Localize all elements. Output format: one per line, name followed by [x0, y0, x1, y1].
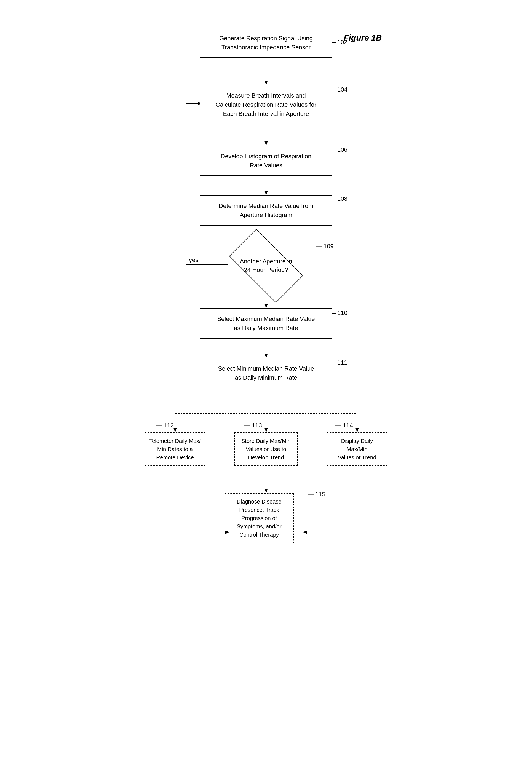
node-102-text: Generate Respiration Signal Using Transt…: [219, 35, 313, 51]
node-112: Telemeter Daily Max/Min Rates to aRemote…: [145, 432, 205, 466]
node-106-text: Develop Histogram of RespirationRate Val…: [221, 153, 311, 169]
svg-marker-3: [265, 141, 268, 146]
node-110: Select Maximum Median Rate Valueas Daily…: [200, 308, 332, 339]
node-111: Select Minimum Median Rate Valueas Daily…: [200, 358, 332, 388]
svg-text:— 115: — 115: [307, 491, 325, 498]
svg-marker-1: [265, 80, 268, 85]
connector-svg: no yes: [142, 17, 390, 761]
node-104-text: Measure Breath Intervals andCalculate Re…: [216, 92, 316, 117]
svg-text:yes: yes: [189, 257, 198, 263]
node-109: Another Aperture in24 Hour Period?: [217, 245, 316, 287]
figure-label: Figure 1B: [344, 33, 382, 43]
page: Figure 1B no ye: [0, 0, 532, 763]
flowchart-wrapper: Figure 1B no ye: [142, 17, 390, 746]
node-114: Display Daily Max/MinValues or Trend: [327, 432, 387, 466]
node-112-text: Telemeter Daily Max/Min Rates to aRemote…: [149, 438, 201, 461]
node-114-text: Display Daily Max/MinValues or Trend: [338, 438, 376, 461]
svg-marker-33: [302, 530, 307, 534]
node-109-text: Another Aperture in24 Hour Period?: [240, 258, 292, 273]
node-108-text: Determine Median Rate Value fromAperture…: [219, 202, 313, 218]
node-108: Determine Median Rate Value fromAperture…: [200, 195, 332, 226]
svg-marker-5: [265, 191, 268, 195]
svg-text:— 109: — 109: [316, 243, 334, 250]
svg-text:— 113: — 113: [244, 422, 262, 429]
node-113-text: Store Daily Max/MinValues or Use toDevel…: [241, 438, 291, 461]
node-102: Generate Respiration Signal Using Transt…: [200, 28, 332, 58]
node-110-text: Select Maximum Median Rate Valueas Daily…: [217, 315, 315, 331]
svg-marker-25: [356, 428, 359, 432]
svg-marker-17: [265, 354, 268, 358]
svg-marker-9: [265, 304, 268, 308]
node-113: Store Daily Max/MinValues or Use toDevel…: [234, 432, 298, 466]
svg-marker-21: [173, 428, 177, 432]
svg-marker-23: [265, 428, 268, 432]
svg-marker-27: [265, 489, 268, 493]
node-111-text: Select Minimum Median Rate Valueas Daily…: [218, 365, 314, 381]
node-115-text: Diagnose DiseasePresence, TrackProgressi…: [237, 498, 281, 538]
node-115: Diagnose DiseasePresence, TrackProgressi…: [225, 493, 294, 543]
svg-text:— 112: — 112: [156, 422, 174, 429]
svg-text:— 114: — 114: [335, 422, 353, 429]
node-106: Develop Histogram of RespirationRate Val…: [200, 146, 332, 176]
node-104: Measure Breath Intervals andCalculate Re…: [200, 85, 332, 124]
